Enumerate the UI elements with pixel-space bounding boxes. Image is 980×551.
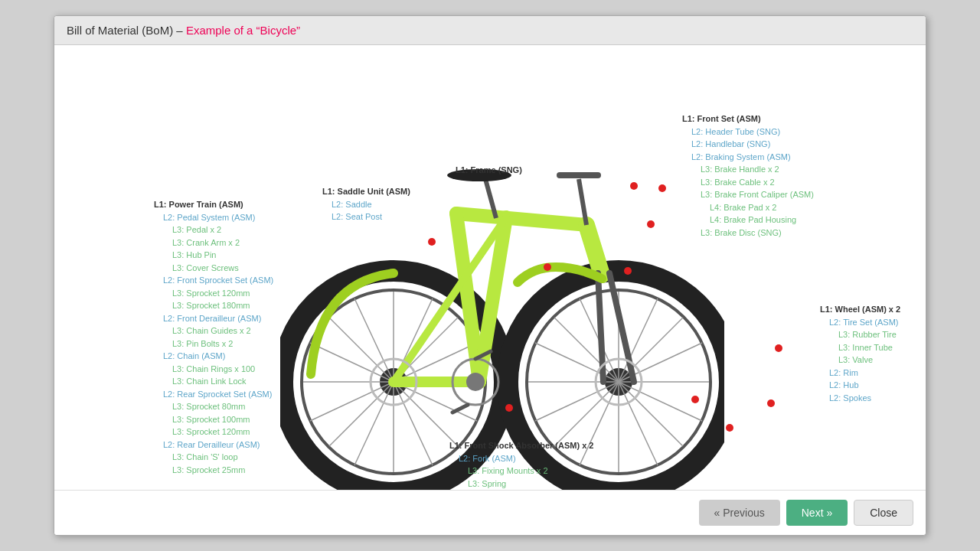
front-shock-l1: L1: Front Shock Absorber (ASM) x 2 [449,441,593,450]
spring: L3: Spring [468,478,593,491]
pt-pin-bolts: L3: Pin Bolts x 2 [172,337,273,350]
pt-chain-s-loop: L3: Chain 'S' loop [172,451,273,464]
svg-line-27 [619,382,683,446]
fork: L2: Fork (ASM) [459,452,593,465]
brake-pad: L4: Brake Pad x 2 [710,201,814,214]
pt-chain-guides: L3: Chain Guides x 2 [172,324,273,337]
modal-container: Bill of Material (BoM) – Example of a “B… [54,15,926,536]
bom-front-shock: L1: Front Shock Absorber (ASM) x 2 L2: F… [449,439,593,490]
bom-saddle-unit: L1: Saddle Unit (ASM) L2: Saddle L2: Sea… [322,185,410,223]
modal-title: Bill of Material (BoM) – Example of a “B… [67,24,913,37]
pt-rear-derailleur: L2: Rear Derailleur (ASM) [163,439,273,452]
wheel-l1: L1: Wheel (ASM) x 2 [820,305,900,314]
pt-rear-sprocket: L2: Rear Sprocket Set (ASM) [163,388,273,401]
svg-line-52 [452,405,468,412]
front-set-l1: L1: Front Set (ASM) [682,114,761,123]
dot-frame [544,263,551,271]
pt-cover-screws: L3: Cover Screws [172,262,273,275]
pt-sprocket-25: L3: Sprocket 25mm [172,464,273,477]
pt-chain-link-lock: L3: Chain Link Lock [172,375,273,388]
svg-line-29 [554,382,619,446]
svg-line-10 [329,382,394,446]
dot-rear-brake [691,396,699,403]
inner-tube: L3: Inner Tube [838,341,900,354]
seat-post-l2: L2: Seat Post [332,210,410,223]
valve: L3: Valve [838,354,900,367]
brake-cable: L3: Brake Cable x 2 [701,176,814,189]
svg-line-8 [394,382,458,446]
fixing-mounts: L3: Fixing Mounts x 2 [468,465,593,478]
brake-front-caliper: L3: Brake Front Caliper (ASM) [701,188,814,201]
pt-pedal: L3: Pedal x 2 [172,223,273,236]
modal-header: Bill of Material (BoM) – Example of a “B… [54,16,926,45]
dot-seat [428,238,436,246]
spokes: L2: Spokes [829,392,900,405]
pt-front-derailleur: L2: Front Derailleur (ASM) [163,312,273,325]
power-train-l1: L1: Power Train (ASM) [154,200,243,209]
dot-braking [647,220,655,228]
title-highlight: Example of a “Bicycle” [186,24,300,37]
tire-set: L2: Tire Set (ASM) [829,316,900,329]
dot-front-shock [624,267,632,275]
previous-button[interactable]: « Previous [699,500,780,526]
rubber-tire: L3: Rubber Tire [838,328,900,341]
rim: L2: Rim [829,367,900,380]
svg-line-7 [329,318,394,382]
pt-front-sprocket: L2: Front Sprocket Set (ASM) [163,274,273,287]
pt-pedal-system: L2: Pedal System (ASM) [163,211,273,224]
bom-frame: L1: Frame (SNG) [456,164,522,177]
header-tube: L2: Header Tube (SNG) [691,126,814,139]
pt-crank-arm: L3: Crank Arm x 2 [172,236,273,249]
pt-sprocket-100: L3: Sprocket 100mm [172,413,273,426]
bicycle-illustration [280,76,724,490]
saddle-l1: L1: Saddle Unit (ASM) [322,187,410,196]
brake-disc: L3: Brake Disc (SNG) [701,227,814,240]
dot-wheel-rear2 [767,399,775,407]
handlebar: L2: Handlebar (SNG) [691,138,814,151]
pt-sprocket-120b: L3: Sprocket 120mm [172,425,273,439]
close-button[interactable]: Close [854,500,913,526]
pt-sprocket-120: L3: Sprocket 120mm [172,287,273,300]
pt-sprocket-180: L3: Sprocket 180mm [172,299,273,312]
braking-system: L2: Braking System (ASM) [691,151,814,164]
svg-line-38 [456,214,586,225]
title-plain: Bill of Material (BoM) – [67,24,186,37]
bom-power-train: L1: Power Train (ASM) L2: Pedal System (… [154,198,273,476]
svg-line-26 [554,318,619,382]
dot-wheel-rear1 [775,344,782,352]
bom-front-set: L1: Front Set (ASM) L2: Header Tube (SNG… [682,112,814,239]
svg-point-51 [466,373,485,391]
bom-wheel: L1: Wheel (ASM) x 2 L2: Tire Set (ASM) L… [820,303,900,404]
pt-sprocket-80: L3: Sprocket 80mm [172,400,273,413]
next-button[interactable]: Next » [786,500,848,526]
hub: L2: Hub [829,379,900,392]
pt-hub-pin: L3: Hub Pin [172,249,273,262]
frame-l1: L1: Frame (SNG) [456,165,522,174]
dot-chain [505,404,513,412]
modal-footer: « Previous Next » Close [54,490,926,535]
dot-handlebar [630,182,638,190]
brake-pad-housing: L4: Brake Pad Housing [710,214,814,227]
modal-body: L1: Power Train (ASM) L2: Pedal System (… [54,45,926,490]
bike-diagram-area: L1: Power Train (ASM) L2: Pedal System (… [54,45,926,490]
saddle-l2: L2: Saddle [332,198,410,211]
dot-wheel-rear3 [726,424,733,432]
dot-handlebar2 [658,184,666,192]
pt-chain: L2: Chain (ASM) [163,350,273,363]
pt-chain-rings: L3: Chain Rings x 100 [172,363,273,376]
brake-handle: L3: Brake Handle x 2 [701,163,814,176]
